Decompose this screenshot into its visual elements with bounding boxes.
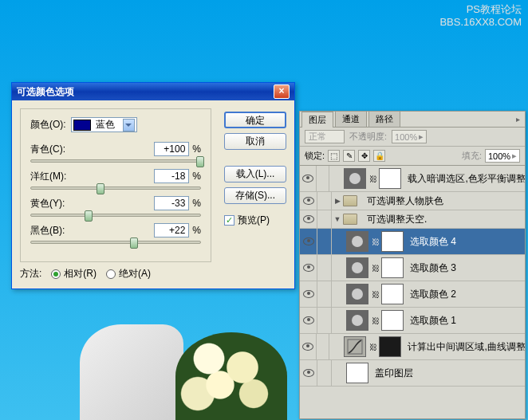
twisty-icon[interactable]: ▶ [332, 197, 343, 205]
visibility-eye-icon[interactable] [302, 343, 313, 351]
visibility-eye-icon[interactable] [303, 290, 314, 298]
lock-all-icon[interactable]: 🔒 [373, 150, 385, 162]
slider-row: 黄色(Y):% [30, 196, 201, 217]
ok-button[interactable]: 确定 [224, 112, 286, 128]
lock-position-icon[interactable]: ✥ [358, 150, 370, 162]
cancel-button[interactable]: 取消 [224, 133, 286, 150]
link-icon[interactable]: ⛓ [369, 175, 377, 183]
slider-value-input[interactable] [154, 196, 189, 210]
visibility-eye-icon[interactable] [302, 175, 313, 183]
lock-label: 锁定: [305, 150, 325, 162]
slider-track[interactable] [30, 241, 201, 244]
layer-list[interactable]: ⛓载入暗调选区,色彩平衡调整...▶可选调整人物肤色▼可选调整天空.⛓选取颜色 … [300, 166, 525, 418]
folder-icon [343, 195, 357, 206]
chevron-down-icon[interactable] [123, 119, 135, 131]
slider-value-input[interactable] [154, 169, 189, 183]
layer-name[interactable]: 选取颜色 2 [410, 288, 456, 301]
layer-row[interactable]: ⛓选取颜色 4 [300, 229, 525, 255]
slider-label: 黄色(Y): [30, 197, 65, 210]
slider-track[interactable] [30, 159, 201, 163]
percent-label: % [192, 198, 201, 209]
layer-name[interactable]: 盖印图层 [375, 367, 413, 380]
tab-layers[interactable]: 图层 [301, 112, 333, 128]
lock-pixels-icon[interactable]: ✎ [343, 150, 355, 162]
slider-thumb[interactable] [97, 183, 104, 194]
radio-icon [51, 269, 61, 279]
visibility-eye-icon[interactable] [303, 215, 314, 223]
color-dropdown[interactable]: 蓝色 [71, 117, 137, 132]
colors-label: 颜色(O): [30, 118, 66, 131]
mask-thumb-icon [381, 310, 404, 331]
percent-label: % [192, 171, 201, 182]
link-icon[interactable]: ⛓ [372, 316, 380, 325]
link-col[interactable] [317, 210, 332, 228]
preview-label: 预览(P) [238, 214, 270, 227]
layer-name[interactable]: 可选调整人物肤色 [367, 194, 443, 208]
preview-checkbox[interactable]: ✓ [224, 215, 234, 226]
panel-menu-icon[interactable]: ▸ [514, 115, 525, 124]
opacity-input[interactable]: 100% ▸ [392, 130, 427, 143]
slider-label: 青色(C): [30, 143, 65, 156]
layers-panel: 图层 通道 路径 ▸ 正常 不透明度: 100% ▸ 锁定: ⬚ ✎ ✥ 🔒 填… [299, 111, 526, 419]
save-button[interactable]: 存储(S)... [224, 187, 286, 204]
link-col[interactable] [317, 334, 330, 359]
slider-track[interactable] [30, 186, 201, 190]
blend-mode-select[interactable]: 正常 [305, 130, 345, 143]
layer-row[interactable]: ⛓选取颜色 2 [300, 281, 525, 308]
tab-paths[interactable]: 路径 [368, 111, 400, 127]
link-col[interactable] [317, 192, 332, 210]
layer-name[interactable]: 选取颜色 4 [410, 235, 456, 249]
image-thumb-icon [346, 363, 368, 383]
slider-label: 洋红(M): [30, 170, 66, 183]
relative-radio[interactable]: 相对(R) [51, 267, 97, 281]
layer-row[interactable]: ▼可选调整天空. [300, 210, 525, 229]
visibility-eye-icon[interactable] [303, 316, 314, 324]
mask-thumb-icon [381, 284, 404, 304]
dialog-title: 可选颜色选项 [17, 85, 74, 99]
layer-name[interactable]: 选取颜色 1 [410, 314, 456, 328]
adjustment-thumb-icon [346, 310, 368, 331]
background-photo [80, 324, 287, 420]
link-icon[interactable]: ⛓ [372, 290, 380, 299]
layer-row[interactable]: ⛓选取颜色 3 [300, 255, 525, 281]
link-col[interactable] [317, 308, 332, 333]
close-icon[interactable]: × [274, 84, 290, 99]
link-col[interactable] [317, 255, 332, 281]
mask-thumb-icon [381, 257, 404, 278]
link-col[interactable] [317, 360, 332, 386]
link-col[interactable] [317, 281, 332, 307]
layer-row[interactable]: ▶可选调整人物肤色 [300, 192, 525, 210]
visibility-eye-icon[interactable] [303, 264, 314, 272]
load-button[interactable]: 载入(L)... [224, 166, 286, 183]
link-col[interactable] [317, 229, 332, 254]
absolute-radio[interactable]: 绝对(A) [106, 267, 151, 281]
slider-thumb[interactable] [85, 210, 93, 222]
layer-row[interactable]: ⛓选取颜色 1 [300, 308, 525, 334]
slider-thumb[interactable] [196, 156, 204, 167]
layer-name[interactable]: 计算出中间调区域,曲线调整... [408, 340, 525, 354]
link-icon[interactable]: ⛓ [372, 237, 380, 246]
link-col[interactable] [317, 166, 330, 191]
fill-input[interactable]: 100% ▸ [485, 149, 520, 163]
visibility-eye-icon[interactable] [303, 197, 314, 205]
tab-channels[interactable]: 通道 [335, 111, 367, 127]
slider-track[interactable] [30, 214, 201, 217]
visibility-eye-icon[interactable] [303, 237, 314, 245]
dialog-titlebar[interactable]: 可选颜色选项 × [12, 83, 294, 100]
layer-row[interactable]: ⛓载入暗调选区,色彩平衡调整... [300, 166, 525, 192]
link-icon[interactable]: ⛓ [369, 343, 377, 351]
twisty-icon[interactable]: ▼ [332, 215, 343, 223]
percent-label: % [192, 143, 201, 155]
slider-thumb[interactable] [130, 237, 138, 249]
lock-transparency-icon[interactable]: ⬚ [328, 150, 340, 162]
layer-row[interactable]: 盖印图层 [300, 360, 525, 387]
adjustment-thumb-icon [346, 284, 368, 304]
slider-value-input[interactable] [154, 142, 189, 156]
layer-row[interactable]: ⛓计算出中间调区域,曲线调整... [300, 334, 525, 360]
link-icon[interactable]: ⛓ [372, 264, 380, 273]
visibility-eye-icon[interactable] [303, 369, 314, 377]
layer-name[interactable]: 载入暗调选区,色彩平衡调整... [408, 172, 525, 186]
slider-value-input[interactable] [154, 223, 189, 237]
layer-name[interactable]: 选取颜色 3 [410, 261, 456, 275]
layer-name[interactable]: 可选调整天空. [367, 213, 427, 226]
